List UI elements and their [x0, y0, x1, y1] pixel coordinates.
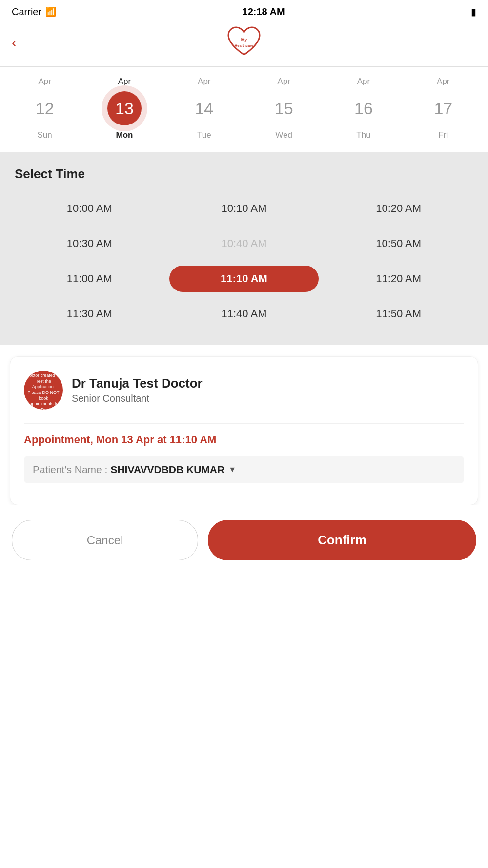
- time-slot-0[interactable]: 10:00 AM: [15, 195, 164, 222]
- cal-weekday-2: Tue: [197, 130, 211, 140]
- calendar-day-1[interactable]: Apr 13 Mon: [84, 77, 164, 140]
- svg-text:Healthcare: Healthcare: [235, 43, 253, 48]
- patient-row[interactable]: Patient's Name : SHIVAVVDBDB KUMAR ▼: [24, 456, 464, 483]
- cal-date-5: 17: [426, 91, 460, 125]
- cal-date-2: 14: [187, 91, 221, 125]
- doctor-avatar: This is a DUMMY doctor created to Test t…: [24, 371, 63, 410]
- time-slot-2[interactable]: 10:20 AM: [324, 195, 473, 222]
- patient-name: SHIVAVVDBDB KUMAR: [110, 464, 224, 475]
- cal-month-3: Apr: [277, 77, 290, 86]
- back-button[interactable]: ‹: [12, 35, 17, 50]
- calendar-day-5[interactable]: Apr 17 Fri: [404, 77, 483, 140]
- doctor-details: Dr Tanuja Test Doctor Senior Consultant: [72, 376, 203, 404]
- patient-label: Patient's Name :: [33, 464, 107, 475]
- svg-text:My: My: [241, 37, 247, 42]
- cal-weekday-0: Sun: [38, 130, 52, 140]
- bottom-buttons: Cancel Confirm: [0, 505, 488, 580]
- time-section: Select Time 10:00 AM 10:10 AM 10:20 AM 1…: [0, 152, 488, 345]
- doctor-card: This is a DUMMY doctor created to Test t…: [10, 356, 478, 505]
- cal-month-0: Apr: [38, 77, 51, 86]
- header: ‹ My Healthcare: [0, 21, 488, 67]
- time-slot-7[interactable]: 11:10 AM: [169, 266, 319, 292]
- avatar-text: This is a DUMMY doctor created to Test t…: [24, 371, 63, 410]
- time-grid: 10:00 AM 10:10 AM 10:20 AM 10:30 AM 10:4…: [15, 195, 473, 327]
- appointment-text: Appointment, Mon 13 Apr at 11:10 AM: [24, 434, 464, 446]
- wifi-icon: 📶: [45, 6, 56, 17]
- carrier-text: Carrier: [12, 6, 41, 18]
- doctor-info: This is a DUMMY doctor created to Test t…: [24, 371, 464, 410]
- cancel-button[interactable]: Cancel: [12, 520, 198, 560]
- cal-month-4: Apr: [357, 77, 370, 86]
- time-slot-9[interactable]: 11:30 AM: [15, 301, 164, 327]
- battery-icon: ▮: [471, 6, 476, 18]
- calendar-day-3[interactable]: Apr 15 Wed: [244, 77, 324, 140]
- time-slot-5[interactable]: 10:50 AM: [324, 230, 473, 257]
- doctor-title: Senior Consultant: [72, 393, 203, 404]
- appointment-label: Appointment,: [24, 434, 96, 446]
- logo-icon: My Healthcare: [224, 25, 264, 60]
- cal-month-5: Apr: [437, 77, 449, 86]
- carrier-label: Carrier 📶: [12, 6, 56, 18]
- cal-date-0: 12: [28, 91, 62, 125]
- status-time: 12:18 AM: [243, 6, 285, 18]
- cal-weekday-1: Mon: [116, 130, 133, 140]
- cal-month-2: Apr: [198, 77, 210, 86]
- confirm-button[interactable]: Confirm: [208, 520, 476, 560]
- cal-weekday-3: Wed: [275, 130, 292, 140]
- cal-weekday-5: Fri: [438, 130, 448, 140]
- time-slot-10[interactable]: 11:40 AM: [169, 301, 319, 327]
- calendar-day-0[interactable]: Apr 12 Sun: [5, 77, 84, 140]
- select-time-title: Select Time: [15, 166, 473, 182]
- doctor-name: Dr Tanuja Test Doctor: [72, 376, 203, 391]
- time-slot-4: 10:40 AM: [169, 230, 319, 257]
- calendar-day-2[interactable]: Apr 14 Tue: [164, 77, 244, 140]
- logo-container: My Healthcare: [224, 25, 264, 60]
- calendar-strip: Apr 12 Sun Apr 13 Mon Apr 14 Tue Apr 15 …: [0, 67, 488, 152]
- time-slot-3[interactable]: 10:30 AM: [15, 230, 164, 257]
- dropdown-arrow-icon: ▼: [228, 465, 236, 474]
- appointment-highlight: Mon 13 Apr at 11:10 AM: [96, 434, 217, 446]
- calendar-day-4[interactable]: Apr 16 Thu: [324, 77, 403, 140]
- time-slot-6[interactable]: 11:00 AM: [15, 266, 164, 292]
- cal-date-3: 15: [267, 91, 301, 125]
- cal-date-4: 16: [346, 91, 381, 125]
- appointment-details: Appointment, Mon 13 Apr at 11:10 AM Pati…: [24, 423, 464, 483]
- time-slot-8[interactable]: 11:20 AM: [324, 266, 473, 292]
- cal-weekday-4: Thu: [356, 130, 370, 140]
- time-slot-11[interactable]: 11:50 AM: [324, 301, 473, 327]
- cal-month-1: Apr: [118, 77, 131, 86]
- status-bar: Carrier 📶 12:18 AM ▮: [0, 0, 488, 21]
- cal-date-1: 13: [107, 91, 142, 125]
- time-slot-1[interactable]: 10:10 AM: [169, 195, 319, 222]
